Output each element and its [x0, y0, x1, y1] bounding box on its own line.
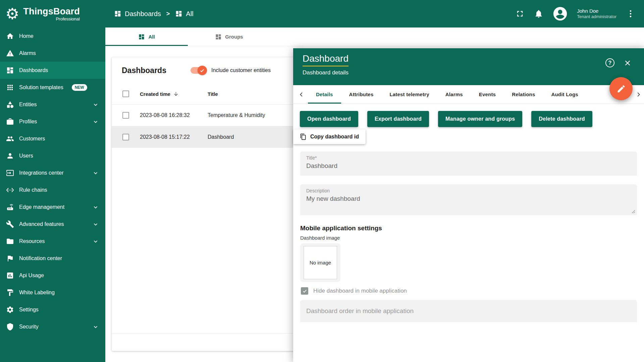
tabs-scroll-right-button[interactable]	[633, 85, 644, 104]
tab-events[interactable]: Events	[471, 85, 504, 104]
tab-attributes[interactable]: Attributes	[341, 85, 382, 104]
tab-all[interactable]: All	[105, 27, 188, 46]
sidebar-item-alarms[interactable]: Alarms	[0, 45, 105, 62]
tab-audit-logs[interactable]: Audit Logs	[543, 85, 586, 104]
dashboard-image-placeholder: No image	[300, 243, 340, 282]
home-icon	[6, 32, 14, 40]
sidebar-item-entities[interactable]: Entities	[0, 96, 105, 113]
check-icon	[200, 68, 205, 73]
row-checkbox[interactable]	[122, 112, 129, 119]
sidebar-item-api-usage[interactable]: Api Usage	[0, 267, 105, 284]
sort-descending-icon	[173, 91, 179, 97]
sidebar-item-home[interactable]: Home	[0, 27, 105, 45]
select-all-checkbox[interactable]	[122, 90, 129, 97]
entities-icon	[6, 101, 14, 109]
dashboards-icon	[114, 10, 121, 17]
sidebar-item-solution-templates[interactable]: Solution templates NEW	[0, 79, 105, 96]
tab-label: Groups	[225, 34, 243, 40]
check-icon	[302, 289, 307, 294]
user-avatar[interactable]	[553, 6, 568, 21]
help-button[interactable]: ?	[605, 58, 614, 67]
copy-dashboard-id-button[interactable]: Copy dashboard id	[293, 129, 366, 144]
description-field: Description My new dashboard	[300, 184, 637, 215]
sidebar-item-profiles[interactable]: Profiles	[0, 113, 105, 130]
sidebar-item-settings[interactable]: Settings	[0, 301, 105, 318]
title-value: Temperature & Humidity	[208, 112, 265, 118]
breadcrumb-separator: >	[166, 10, 170, 17]
breadcrumb-label: All	[186, 10, 193, 18]
column-header-created-time[interactable]: Created time	[140, 91, 208, 97]
created-time-value: 2023-08-08 16:28:32	[140, 112, 190, 118]
user-role: Tenant administrator	[577, 14, 616, 20]
description-field-label: Description	[306, 188, 631, 193]
tab-latest-telemetry[interactable]: Latest telemetry	[381, 85, 437, 104]
drawer-header-actions: ?	[605, 58, 632, 67]
drawer-subtitle: Dashboard details	[303, 69, 635, 76]
sidebar-item-label: Security	[19, 324, 39, 330]
include-customer-entities-toggle[interactable]	[191, 67, 206, 74]
delete-dashboard-button[interactable]: Delete dashboard	[531, 111, 592, 127]
tab-details[interactable]: Details	[308, 85, 341, 104]
include-customer-entities: Include customer entities	[191, 67, 271, 74]
sidebar-item-dashboards[interactable]: Dashboards	[0, 62, 105, 79]
dashboards-icon	[175, 10, 182, 17]
fullscreen-button[interactable]	[515, 9, 525, 18]
sidebar-item-security[interactable]: Security	[0, 318, 105, 335]
breadcrumb-label: Dashboards	[125, 10, 161, 18]
app-subtitle: Professional	[23, 16, 80, 21]
sidebar-item-label: Edge management	[19, 204, 64, 210]
tabs-scroll-left-button[interactable]	[295, 85, 308, 104]
manage-owner-groups-button[interactable]: Manage owner and groups	[438, 111, 522, 127]
folder-icon	[6, 237, 14, 245]
tab-alarms[interactable]: Alarms	[437, 85, 471, 104]
screen: ⚙ ThingsBoard Professional Home Alarms D…	[0, 0, 644, 362]
input-icon	[6, 169, 14, 177]
title-value: Dashboard	[208, 134, 234, 140]
sidebar-item-label: White Labeling	[19, 290, 55, 296]
sidebar-item-white-labeling[interactable]: White Labeling	[0, 284, 105, 301]
row-check-cell	[122, 134, 140, 140]
copy-icon	[300, 133, 307, 140]
rule-chains-icon	[6, 186, 14, 194]
export-dashboard-button[interactable]: Export dashboard	[367, 111, 429, 127]
wrench-icon	[6, 220, 14, 228]
sidebar: ⚙ ThingsBoard Professional Home Alarms D…	[0, 0, 105, 362]
sidebar-item-label: Home	[19, 33, 34, 39]
sidebar-item-notification-center[interactable]: Notification center	[0, 250, 105, 267]
sidebar-item-rule-chains[interactable]: Rule chains	[0, 181, 105, 198]
sidebar-item-customers[interactable]: Customers	[0, 130, 105, 147]
groups-icon	[215, 34, 222, 40]
breadcrumb-dashboards[interactable]: Dashboards	[114, 10, 161, 18]
sidebar-item-label: Solution templates	[19, 84, 63, 90]
tab-relations[interactable]: Relations	[504, 85, 543, 104]
sidebar-item-integrations-center[interactable]: Integrations center	[0, 164, 105, 181]
flag-icon	[6, 254, 14, 262]
row-checkbox[interactable]	[122, 134, 129, 140]
sidebar-item-advanced-features[interactable]: Advanced features	[0, 216, 105, 233]
notifications-bell-button[interactable]	[534, 9, 543, 18]
sidebar-item-label: Dashboards	[19, 67, 48, 73]
title-field: Title* Dashboard	[300, 152, 637, 176]
textarea-resize-handle[interactable]	[631, 209, 635, 214]
created-time-value: 2023-08-08 15:17:22	[140, 134, 190, 140]
chevron-left-icon	[298, 91, 305, 98]
description-field-value: My new dashboard	[306, 195, 631, 202]
sidebar-item-edge-management[interactable]: Edge management	[0, 198, 105, 216]
edit-fab-button[interactable]	[609, 77, 633, 100]
close-button[interactable]	[623, 59, 632, 67]
drawer-tabs: Details Attributes Latest telemetry Alar…	[293, 85, 644, 104]
toggle-thumb	[198, 66, 207, 75]
chevron-down-icon	[92, 118, 99, 125]
breadcrumb-all[interactable]: All	[175, 10, 193, 18]
sidebar-item-users[interactable]: Users	[0, 147, 105, 164]
chevron-down-icon	[92, 238, 99, 245]
more-menu-button[interactable]	[626, 9, 635, 18]
tab-groups[interactable]: Groups	[188, 27, 270, 46]
chevron-down-icon	[92, 323, 99, 330]
hide-dashboard-row: Hide dashboard in mobile application	[300, 287, 637, 295]
open-dashboard-button[interactable]: Open dashboard	[300, 111, 358, 127]
sidebar-item-resources[interactable]: Resources	[0, 233, 105, 250]
drawer-action-buttons: Open dashboard Export dashboard Manage o…	[293, 104, 644, 127]
topbar: Dashboards > All John Doe Tenant adminis…	[105, 0, 644, 27]
table-title: Dashboards	[122, 66, 166, 75]
